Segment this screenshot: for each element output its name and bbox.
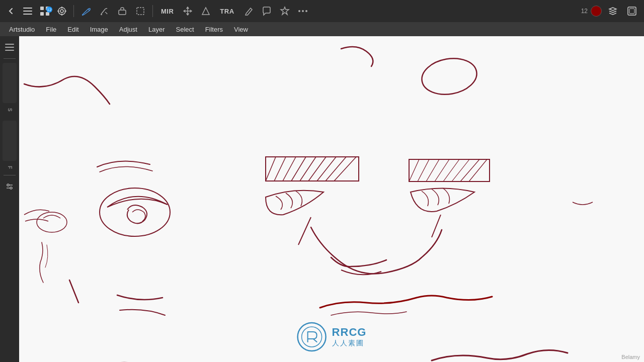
menu-button[interactable] — [20, 6, 35, 17]
right-toolbar-area: 12 — [581, 4, 640, 18]
layers-button[interactable] — [605, 4, 621, 18]
menu-image[interactable]: Image — [85, 24, 113, 35]
svg-rect-3 — [40, 7, 44, 10]
shape-button[interactable] — [198, 4, 214, 18]
menu-adjust[interactable]: Adjust — [114, 24, 142, 35]
color-picker-button[interactable] — [591, 6, 602, 17]
menu-file[interactable]: File — [41, 24, 61, 35]
sep1 — [73, 5, 74, 17]
sidebar-menu-button[interactable] — [3, 40, 17, 54]
eraser-tool-button[interactable] — [114, 4, 130, 18]
canvas-area[interactable]: RRCG 人人素圃 Belamy — [19, 36, 644, 362]
menu-edit[interactable]: Edit — [62, 24, 84, 35]
drawing-canvas — [19, 36, 644, 362]
more-button[interactable] — [295, 7, 311, 16]
menu-view[interactable]: View — [229, 24, 253, 35]
menu-artstudio[interactable]: Artstudio — [4, 24, 40, 35]
svg-point-7 — [58, 8, 65, 15]
sidebar-slider2[interactable] — [3, 121, 17, 161]
svg-rect-5 — [40, 12, 44, 16]
frame-button[interactable] — [624, 4, 640, 18]
svg-rect-20 — [5, 44, 14, 45]
sidebar-sep2 — [4, 175, 16, 175]
credit-label: Belamy — [621, 354, 640, 360]
svg-rect-14 — [137, 8, 144, 15]
svg-rect-21 — [5, 47, 14, 48]
svg-rect-1 — [23, 11, 32, 12]
brush-tool-button[interactable] — [78, 4, 94, 18]
sidebar-label-s: S — [7, 106, 13, 114]
left-sidebar: S F — [0, 36, 19, 362]
svg-rect-22 — [5, 50, 14, 51]
svg-point-16 — [302, 10, 304, 12]
sidebar-label-f: F — [7, 164, 13, 171]
target-button[interactable] — [54, 5, 69, 18]
svg-point-26 — [10, 187, 12, 189]
mir-button[interactable]: MIR — [157, 6, 178, 17]
select-rect-button[interactable] — [132, 4, 148, 18]
star-button[interactable] — [277, 4, 293, 18]
svg-rect-2 — [23, 14, 32, 15]
menu-select[interactable]: Select — [171, 24, 199, 35]
smudge-tool-button[interactable] — [96, 4, 112, 18]
svg-rect-0 — [23, 8, 32, 9]
svg-rect-18 — [628, 7, 636, 15]
menu-layer[interactable]: Layer — [143, 24, 170, 35]
svg-point-17 — [305, 10, 307, 12]
pencil-button[interactable] — [240, 4, 257, 18]
sidebar-adjust-button[interactable] — [3, 179, 17, 194]
move-button[interactable] — [180, 4, 196, 18]
zoom-value: 12 — [581, 8, 588, 15]
tra-button[interactable]: TRA — [216, 6, 238, 17]
sidebar-slider1[interactable] — [3, 63, 17, 103]
svg-rect-6 — [46, 12, 49, 16]
speech-bubble-button[interactable] — [259, 4, 275, 18]
menu-bar: Artstudio File Edit Image Adjust Layer S… — [0, 22, 644, 36]
menu-filters[interactable]: Filters — [200, 24, 228, 35]
svg-rect-27 — [19, 36, 644, 362]
svg-point-25 — [7, 184, 9, 186]
sep2 — [152, 5, 153, 17]
svg-point-15 — [298, 10, 300, 12]
badge-count: 12 — [46, 7, 52, 13]
sidebar-sep1 — [4, 58, 16, 59]
svg-point-8 — [60, 10, 63, 13]
main-toolbar: 12 — [0, 0, 644, 22]
svg-rect-19 — [629, 9, 634, 14]
back-button[interactable] — [4, 5, 18, 17]
svg-rect-13 — [119, 10, 126, 15]
